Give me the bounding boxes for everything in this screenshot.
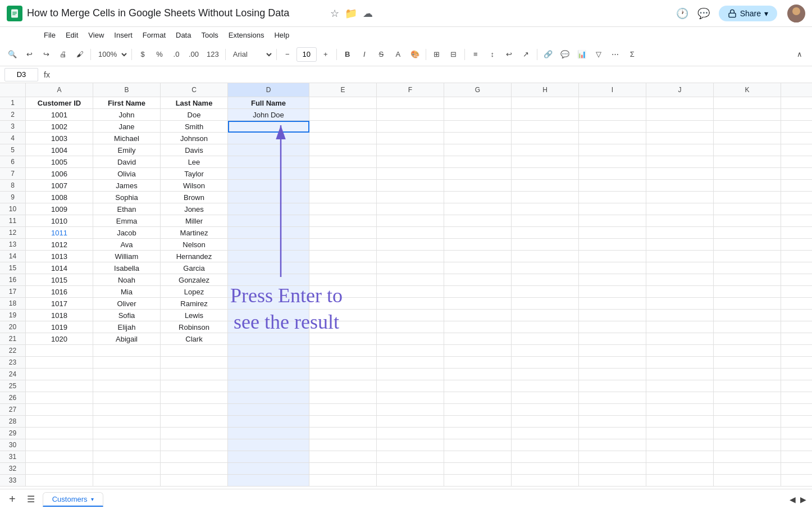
cell-l23[interactable]: [781, 357, 812, 369]
cell-a10[interactable]: 1009: [26, 203, 93, 215]
row-num-4[interactable]: 4: [0, 133, 26, 144]
cell-k31[interactable]: [714, 451, 781, 463]
cell-e10[interactable]: [309, 203, 377, 215]
cell-g3[interactable]: [444, 121, 512, 133]
cell-i9[interactable]: [579, 192, 646, 203]
cell-e15[interactable]: [309, 262, 377, 274]
cell-d24[interactable]: [228, 369, 309, 380]
cell-d8[interactable]: [228, 180, 309, 192]
cell-j21[interactable]: [646, 333, 714, 345]
cell-l26[interactable]: [781, 392, 812, 404]
cell-g19[interactable]: [444, 310, 512, 321]
dec-zero-btn[interactable]: .0: [168, 47, 184, 62]
cell-b21[interactable]: Abigail: [93, 333, 161, 345]
cell-h6[interactable]: [512, 156, 579, 168]
cell-i12[interactable]: [579, 227, 646, 239]
row-num-30[interactable]: 30: [0, 439, 26, 451]
cell-f21[interactable]: [377, 333, 444, 345]
cell-b19[interactable]: Sofia: [93, 310, 161, 321]
cell-i22[interactable]: [579, 345, 646, 357]
menu-format[interactable]: Format: [138, 29, 170, 41]
row-num-5[interactable]: 5: [0, 144, 26, 156]
row-num-15[interactable]: 15: [0, 262, 26, 274]
halign-btn[interactable]: ≡: [468, 47, 483, 62]
cell-c4[interactable]: Johnson: [161, 133, 228, 144]
cell-f9[interactable]: [377, 192, 444, 203]
cell-f20[interactable]: [377, 321, 444, 333]
cell-e31[interactable]: [309, 451, 377, 463]
cell-g1[interactable]: [444, 97, 512, 109]
row-num-19[interactable]: 19: [0, 310, 26, 321]
cell-h21[interactable]: [512, 333, 579, 345]
row-num-33[interactable]: 33: [0, 475, 26, 487]
cell-b27[interactable]: [93, 404, 161, 416]
cell-c11[interactable]: Miller: [161, 215, 228, 227]
cell-k12[interactable]: [714, 227, 781, 239]
cell-d16[interactable]: [228, 274, 309, 286]
cell-d32[interactable]: [228, 463, 309, 475]
share-button[interactable]: Share ▾: [719, 6, 777, 21]
cell-b25[interactable]: [93, 380, 161, 392]
cell-a19[interactable]: 1018: [26, 310, 93, 321]
cell-a12[interactable]: 1011: [26, 227, 93, 239]
undo-btn[interactable]: ↩: [21, 47, 37, 62]
cell-g15[interactable]: [444, 262, 512, 274]
col-header-f[interactable]: F: [377, 83, 444, 97]
row-num-13[interactable]: 13: [0, 239, 26, 251]
col-header-j[interactable]: J: [646, 83, 714, 97]
cell-j15[interactable]: [646, 262, 714, 274]
cell-a32[interactable]: [26, 463, 93, 475]
cell-c9[interactable]: Brown: [161, 192, 228, 203]
cell-a11[interactable]: 1010: [26, 215, 93, 227]
cell-d22[interactable]: [228, 345, 309, 357]
cell-l8[interactable]: [781, 180, 812, 192]
cell-f14[interactable]: [377, 251, 444, 262]
cell-c10[interactable]: Jones: [161, 203, 228, 215]
cell-f18[interactable]: [377, 298, 444, 310]
cell-f33[interactable]: [377, 475, 444, 487]
cell-k3[interactable]: [714, 121, 781, 133]
formula-input[interactable]: [56, 69, 808, 80]
cell-b4[interactable]: Michael: [93, 133, 161, 144]
cell-d2[interactable]: John Doe: [228, 109, 309, 121]
cell-f19[interactable]: [377, 310, 444, 321]
cell-j5[interactable]: [646, 144, 714, 156]
filter-btn[interactable]: ▽: [591, 47, 606, 62]
chart-btn[interactable]: 📊: [574, 47, 590, 62]
cell-c1[interactable]: Last Name: [161, 97, 228, 109]
cell-i24[interactable]: [579, 369, 646, 380]
cell-h12[interactable]: [512, 227, 579, 239]
cell-i1[interactable]: [579, 97, 646, 109]
cell-k25[interactable]: [714, 380, 781, 392]
cell-g32[interactable]: [444, 463, 512, 475]
cell-b28[interactable]: [93, 416, 161, 428]
cell-f8[interactable]: [377, 180, 444, 192]
cell-d30[interactable]: [228, 439, 309, 451]
cell-h2[interactable]: [512, 109, 579, 121]
cell-c14[interactable]: Hernandez: [161, 251, 228, 262]
cell-k24[interactable]: [714, 369, 781, 380]
cell-e6[interactable]: [309, 156, 377, 168]
cell-j20[interactable]: [646, 321, 714, 333]
cell-g4[interactable]: [444, 133, 512, 144]
cell-a30[interactable]: [26, 439, 93, 451]
cell-g26[interactable]: [444, 392, 512, 404]
row-num-6[interactable]: 6: [0, 156, 26, 168]
cell-h29[interactable]: [512, 428, 579, 439]
cell-j24[interactable]: [646, 369, 714, 380]
cell-k17[interactable]: [714, 286, 781, 298]
cell-h17[interactable]: [512, 286, 579, 298]
row-num-23[interactable]: 23: [0, 357, 26, 369]
row-num-1[interactable]: 1: [0, 97, 26, 109]
cell-a28[interactable]: [26, 416, 93, 428]
cell-f24[interactable]: [377, 369, 444, 380]
cell-g5[interactable]: [444, 144, 512, 156]
cell-c13[interactable]: Nelson: [161, 239, 228, 251]
cell-c20[interactable]: Robinson: [161, 321, 228, 333]
cell-a33[interactable]: [26, 475, 93, 487]
cell-g18[interactable]: [444, 298, 512, 310]
cell-e33[interactable]: [309, 475, 377, 487]
row-num-27[interactable]: 27: [0, 404, 26, 416]
cell-e18[interactable]: [309, 298, 377, 310]
cell-c22[interactable]: [161, 345, 228, 357]
